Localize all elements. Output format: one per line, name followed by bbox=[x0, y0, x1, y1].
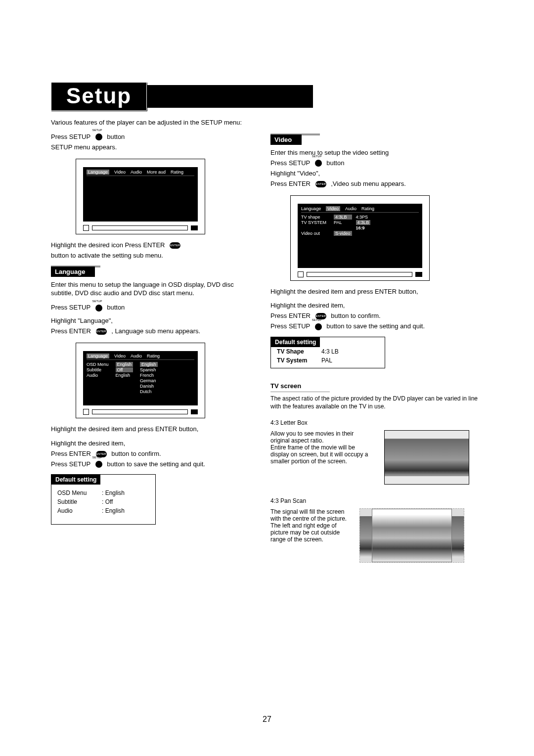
highlight-enter-line: Highlight the desired icon Press ENTER E… bbox=[51, 241, 248, 250]
enter-button-icon: ENTER bbox=[315, 181, 326, 187]
setup-button-icon: SETUP bbox=[315, 160, 322, 167]
tv-screen-head: TV screen bbox=[270, 380, 330, 392]
press-setup-line: Press SETUP SETUP button bbox=[51, 133, 248, 141]
setup-button-icon: SETUP bbox=[315, 323, 322, 330]
page-number: 27 bbox=[0, 715, 534, 724]
video-default-box: Default setting TV Shape4:3 LB TV System… bbox=[270, 337, 385, 368]
setup-button-icon: SETUP bbox=[95, 133, 102, 140]
enter-button-icon: ENTER bbox=[96, 328, 107, 335]
osd-screen-main: Language Video Audio More aud Rating bbox=[76, 159, 205, 234]
language-default-box: Default setting OSD Menu: English Subtit… bbox=[51, 474, 156, 525]
letterbox-illustration bbox=[384, 430, 469, 485]
panscan-row: The signal will fill the screen with the… bbox=[270, 508, 487, 563]
setup-button-icon: SETUP bbox=[95, 461, 102, 468]
intro-text: Various features of the player can be ad… bbox=[51, 119, 248, 127]
panscan-illustration bbox=[359, 508, 464, 563]
setup-appears: SETUP menu appears. bbox=[51, 143, 248, 152]
manual-page: Setup Various features of the player can… bbox=[0, 0, 534, 756]
page-title: Setup bbox=[51, 82, 147, 111]
page-title-block: Setup bbox=[51, 85, 313, 108]
language-section-head: Language bbox=[51, 266, 248, 277]
osd-screen-language: Language Video Audio Rating OSD Menu Sub… bbox=[76, 343, 205, 418]
video-section-head: Video bbox=[270, 133, 487, 145]
main-menu-tabs: Language Video Audio More aud Rating bbox=[87, 170, 194, 176]
content-columns: Various features of the player can be ad… bbox=[51, 119, 487, 563]
enter-button-icon: ENTER bbox=[170, 242, 180, 249]
setup-button-icon: SETUP bbox=[95, 305, 102, 311]
osd-screen-video: Language Video Audio Rating TV shape TV … bbox=[290, 195, 430, 281]
letterbox-row: Allow you to see movies in their origina… bbox=[270, 430, 487, 485]
left-column: Various features of the player can be ad… bbox=[51, 119, 248, 563]
right-column: Video Enter this menu to setup the video… bbox=[270, 119, 487, 563]
